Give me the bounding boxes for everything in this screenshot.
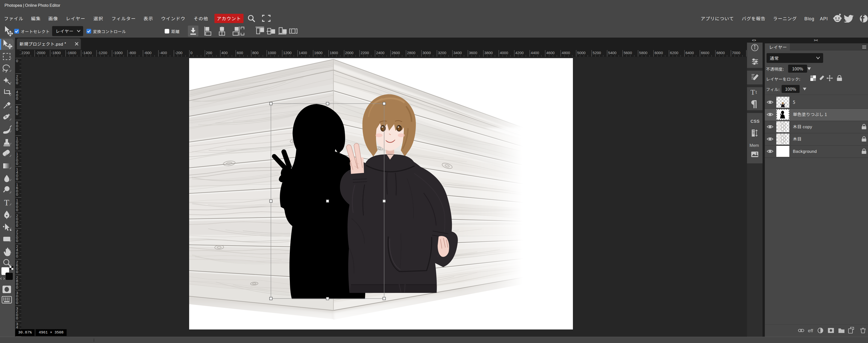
svg-text:0: 0	[16, 127, 18, 131]
svg-text:0: 0	[16, 239, 18, 243]
svg-text:-400: -400	[160, 51, 167, 55]
svg-text:3000: 3000	[422, 51, 431, 55]
svg-text:6800: 6800	[716, 51, 725, 55]
svg-text:1600: 1600	[314, 51, 322, 55]
svg-text:6200: 6200	[670, 51, 678, 55]
svg-text:400: 400	[221, 51, 228, 55]
svg-text:-600: -600	[144, 51, 152, 55]
svg-text:木目 copy: 木目 copy	[793, 123, 812, 129]
svg-text:-200: -200	[175, 51, 182, 55]
svg-text:3200: 3200	[438, 51, 446, 55]
svg-text:0: 0	[16, 59, 18, 63]
svg-text:4600: 4600	[546, 51, 555, 55]
svg-text:0: 0	[190, 51, 192, 55]
svg-text:0: 0	[16, 192, 18, 196]
svg-text:0: 0	[16, 146, 18, 150]
svg-text:800: 800	[252, 51, 258, 55]
svg-text:200: 200	[206, 51, 212, 55]
svg-text:-1000: -1000	[113, 51, 123, 55]
svg-text:Background: Background	[793, 148, 817, 154]
svg-text:0: 0	[16, 81, 18, 85]
svg-text:6400: 6400	[685, 51, 694, 55]
svg-text:4400: 4400	[531, 51, 539, 55]
svg-text:0: 0	[16, 208, 18, 212]
svg-text:T: T	[4, 198, 9, 207]
svg-text:Mem: Mem	[749, 143, 759, 148]
svg-text:2800: 2800	[407, 51, 415, 55]
svg-text:T: T	[750, 88, 755, 96]
svg-text:t: t	[755, 89, 757, 95]
svg-text:-1200: -1200	[97, 51, 107, 55]
svg-text:-800: -800	[128, 51, 136, 55]
svg-text:6000: 6000	[655, 51, 663, 55]
svg-text:5800: 5800	[639, 51, 647, 55]
svg-text:0: 0	[16, 254, 18, 258]
svg-text:0: 0	[16, 96, 18, 100]
svg-text:7000: 7000	[732, 51, 740, 55]
svg-text:600: 600	[237, 51, 243, 55]
svg-text:-1600: -1600	[67, 51, 76, 55]
svg-text:0: 0	[16, 177, 18, 181]
svg-text:-1800: -1800	[51, 51, 61, 55]
svg-text:5600: 5600	[623, 51, 632, 55]
svg-text:0: 0	[16, 223, 18, 227]
svg-text:0: 0	[16, 270, 18, 274]
svg-text:5: 5	[793, 99, 795, 105]
svg-text:4000: 4000	[500, 51, 508, 55]
svg-text:2600: 2600	[392, 51, 400, 55]
svg-text:1400: 1400	[299, 51, 307, 55]
svg-text:2400: 2400	[376, 51, 384, 55]
svg-text:3400: 3400	[454, 51, 462, 55]
svg-text:0: 0	[16, 301, 18, 305]
svg-text:2200: 2200	[361, 51, 369, 55]
svg-text:-2200: -2200	[20, 51, 30, 55]
svg-text:4200: 4200	[515, 51, 524, 55]
svg-text:5000: 5000	[577, 51, 585, 55]
svg-text:単色塗りつぶし 1: 単色塗りつぶし 1	[793, 111, 827, 117]
svg-text:0: 0	[16, 112, 18, 116]
svg-text:5400: 5400	[608, 51, 617, 55]
svg-text:3600: 3600	[469, 51, 477, 55]
svg-text:6600: 6600	[701, 51, 709, 55]
svg-text:4800: 4800	[562, 51, 570, 55]
svg-text:-2000: -2000	[36, 51, 45, 55]
svg-text:CSS: CSS	[750, 119, 760, 124]
svg-text:0: 0	[16, 161, 18, 166]
svg-text:3800: 3800	[485, 51, 493, 55]
svg-text:1000: 1000	[268, 51, 276, 55]
svg-text:1200: 1200	[283, 51, 291, 55]
svg-text:5200: 5200	[593, 51, 601, 55]
svg-text:-1400: -1400	[82, 51, 92, 55]
svg-text:0: 0	[16, 285, 18, 289]
svg-text:1800: 1800	[330, 51, 338, 55]
svg-text:木目: 木目	[793, 135, 802, 142]
svg-text:2000: 2000	[345, 51, 353, 55]
svg-text:eff: eff	[808, 328, 813, 333]
svg-text:0: 0	[16, 316, 18, 320]
